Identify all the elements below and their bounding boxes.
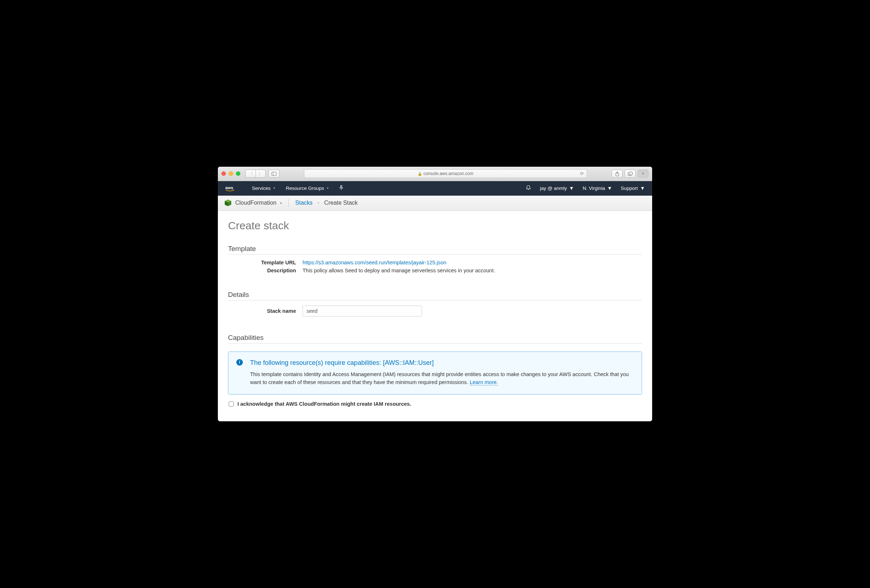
pin-icon[interactable]: [339, 185, 343, 191]
learn-more-link[interactable]: Learn more.: [470, 379, 498, 386]
resource-groups-menu[interactable]: Resource Groups ▼: [286, 186, 329, 191]
chevron-down-icon: ▼: [569, 186, 574, 191]
browser-window: 〈 〉 🔒 console.aws.amazon.com ⟳ + aws: [218, 167, 652, 422]
capabilities-section-title: Capabilities: [228, 334, 642, 343]
page-body: Create stack Template Template URL https…: [218, 211, 652, 422]
support-label: Support: [621, 186, 638, 191]
account-menu[interactable]: jay @ anmly ▼: [540, 186, 574, 191]
notifications-icon[interactable]: [526, 185, 531, 192]
chevron-down-icon: ▼: [326, 187, 329, 190]
fullscreen-window-button[interactable]: [236, 171, 240, 176]
template-url-link[interactable]: https://s3.amazonaws.com/seed.run/templa…: [302, 260, 446, 266]
breadcrumb: CloudFormation ▾ Stacks › Create Stack: [218, 196, 652, 211]
info-body: This template contains Identity and Acce…: [250, 370, 634, 386]
info-icon: i: [236, 359, 243, 365]
forward-button[interactable]: 〉: [256, 169, 266, 178]
capabilities-info-box: i The following resource(s) require capa…: [228, 352, 642, 395]
nav-buttons: 〈 〉: [245, 169, 266, 178]
support-menu[interactable]: Support ▼: [621, 186, 645, 191]
divider: [288, 199, 289, 207]
breadcrumb-stacks-link[interactable]: Stacks: [295, 200, 313, 206]
svg-marker-7: [233, 189, 234, 191]
breadcrumb-current: Create Stack: [324, 200, 358, 206]
cloudformation-icon: [224, 199, 232, 206]
template-section-title: Template: [228, 245, 642, 255]
acknowledge-label: I acknowledge that AWS CloudFormation mi…: [237, 401, 411, 407]
aws-logo[interactable]: aws: [225, 185, 242, 192]
new-tab-button[interactable]: +: [638, 169, 648, 178]
stack-name-input[interactable]: [302, 306, 422, 316]
browser-titlebar: 〈 〉 🔒 console.aws.amazon.com ⟳ +: [218, 167, 652, 181]
service-selector[interactable]: CloudFormation ▾: [224, 199, 282, 206]
url-bar[interactable]: 🔒 console.aws.amazon.com ⟳: [304, 169, 587, 178]
resource-groups-label: Resource Groups: [286, 186, 324, 191]
service-name: CloudFormation: [235, 200, 277, 206]
svg-rect-0: [272, 172, 277, 175]
breadcrumb-separator: ›: [318, 200, 319, 205]
share-button[interactable]: [612, 169, 623, 178]
reload-icon[interactable]: ⟳: [580, 171, 584, 176]
info-body-text: This template contains Identity and Acce…: [250, 371, 629, 385]
svg-rect-5: [629, 172, 632, 175]
region-label: N. Virginia: [582, 186, 605, 191]
info-title: The following resource(s) require capabi…: [250, 359, 634, 367]
chevron-down-icon: ▼: [607, 186, 612, 191]
url-text: console.aws.amazon.com: [423, 171, 473, 176]
back-button[interactable]: 〈: [245, 169, 256, 178]
chevron-down-icon: ▼: [640, 186, 645, 191]
sidebar-toggle-button[interactable]: [268, 169, 279, 178]
stack-name-label: Stack name: [228, 308, 302, 314]
details-section-title: Details: [228, 291, 642, 300]
close-window-button[interactable]: [222, 171, 226, 176]
description-label: Description: [228, 267, 302, 273]
aws-top-nav: aws Services ▼ Resource Groups ▼ jay @ a…: [218, 181, 652, 196]
svg-text:aws: aws: [225, 185, 234, 190]
chevron-down-icon: ▾: [280, 201, 282, 205]
services-menu[interactable]: Services ▼: [252, 186, 276, 191]
lock-icon: 🔒: [418, 172, 422, 176]
minimize-window-button[interactable]: [229, 171, 233, 176]
window-controls: [222, 171, 240, 176]
account-label: jay @ anmly: [540, 186, 567, 191]
acknowledge-row[interactable]: I acknowledge that AWS CloudFormation mi…: [228, 401, 642, 407]
tabs-button[interactable]: [625, 169, 636, 178]
chevron-down-icon: ▼: [273, 187, 276, 190]
page-title: Create stack: [228, 220, 642, 232]
region-menu[interactable]: N. Virginia ▼: [582, 186, 612, 191]
template-url-label: Template URL: [228, 260, 302, 266]
acknowledge-checkbox[interactable]: [229, 401, 234, 407]
description-value: This policy allows Seed to deploy and ma…: [302, 267, 495, 273]
services-label: Services: [252, 186, 271, 191]
